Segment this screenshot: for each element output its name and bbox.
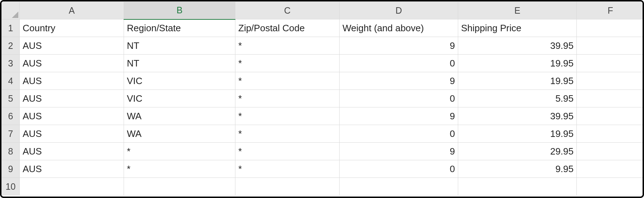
cell-A10[interactable]	[20, 178, 124, 195]
cell-D10[interactable]	[340, 178, 458, 195]
cell-E6[interactable]: 39.95	[458, 107, 577, 125]
cell-D2[interactable]: 9	[340, 37, 458, 55]
cell-A9[interactable]: AUS	[20, 160, 124, 178]
cell-A3[interactable]: AUS	[20, 55, 124, 72]
table-row: 2AUSNT*939.95	[2, 37, 644, 55]
cell-F2[interactable]	[577, 37, 644, 55]
cell-A4[interactable]: AUS	[20, 72, 124, 90]
cell-A8[interactable]: AUS	[20, 143, 124, 160]
table-row: 6AUSWA*939.95	[2, 107, 644, 125]
cell-A5[interactable]: AUS	[20, 90, 124, 107]
cell-C9[interactable]: *	[235, 160, 340, 178]
row-header-9[interactable]: 9	[2, 160, 20, 178]
row-header-5[interactable]: 5	[2, 90, 20, 107]
cell-B6[interactable]: WA	[124, 107, 235, 125]
cell-C1[interactable]: Zip/Postal Code	[235, 19, 340, 37]
table-row: 4AUSVIC*919.95	[2, 72, 644, 90]
row-header-4[interactable]: 4	[2, 72, 20, 90]
row-header-1[interactable]: 1	[2, 19, 20, 37]
cell-A6[interactable]: AUS	[20, 107, 124, 125]
spreadsheet-body: 1CountryRegion/StateZip/Postal CodeWeigh…	[2, 19, 644, 195]
table-row: 9AUS**09.95	[2, 160, 644, 178]
row-header-10[interactable]: 10	[2, 178, 20, 195]
cell-D6[interactable]: 9	[340, 107, 458, 125]
cell-E5[interactable]: 5.95	[458, 90, 577, 107]
cell-B4[interactable]: VIC	[124, 72, 235, 90]
spreadsheet-grid[interactable]: ABCDEF 1CountryRegion/StateZip/Postal Co…	[1, 1, 644, 195]
column-header-C[interactable]: C	[235, 2, 340, 19]
cell-B7[interactable]: WA	[124, 125, 235, 143]
row-header-7[interactable]: 7	[2, 125, 20, 143]
select-all-corner[interactable]	[2, 2, 20, 19]
cell-F3[interactable]	[577, 55, 644, 72]
cell-B8[interactable]: *	[124, 143, 235, 160]
cell-B9[interactable]: *	[124, 160, 235, 178]
cell-C4[interactable]: *	[235, 72, 340, 90]
cell-A1[interactable]: Country	[20, 19, 124, 37]
cell-E8[interactable]: 29.95	[458, 143, 577, 160]
cell-F1[interactable]	[577, 19, 644, 37]
cell-B2[interactable]: NT	[124, 37, 235, 55]
cell-F4[interactable]	[577, 72, 644, 90]
cell-F7[interactable]	[577, 125, 644, 143]
cell-D1[interactable]: Weight (and above)	[340, 19, 458, 37]
row-header-6[interactable]: 6	[2, 107, 20, 125]
cell-D5[interactable]: 0	[340, 90, 458, 107]
column-header-B[interactable]: B	[124, 2, 235, 19]
cell-E10[interactable]	[458, 178, 577, 195]
cell-C10[interactable]	[235, 178, 340, 195]
table-row: 7AUSWA*019.95	[2, 125, 644, 143]
cell-E9[interactable]: 9.95	[458, 160, 577, 178]
cell-F6[interactable]	[577, 107, 644, 125]
cell-A7[interactable]: AUS	[20, 125, 124, 143]
table-row: 8AUS**929.95	[2, 143, 644, 160]
cell-D9[interactable]: 0	[340, 160, 458, 178]
select-all-triangle-icon	[12, 11, 18, 18]
cell-F9[interactable]	[577, 160, 644, 178]
cell-F5[interactable]	[577, 90, 644, 107]
cell-C5[interactable]: *	[235, 90, 340, 107]
row-header-8[interactable]: 8	[2, 143, 20, 160]
cell-C2[interactable]: *	[235, 37, 340, 55]
cell-D4[interactable]: 9	[340, 72, 458, 90]
cell-B3[interactable]: NT	[124, 55, 235, 72]
cell-C3[interactable]: *	[235, 55, 340, 72]
cell-E3[interactable]: 19.95	[458, 55, 577, 72]
cell-A2[interactable]: AUS	[20, 37, 124, 55]
cell-E1[interactable]: Shipping Price	[458, 19, 577, 37]
column-header-F[interactable]: F	[577, 2, 644, 19]
cell-C6[interactable]: *	[235, 107, 340, 125]
cell-B5[interactable]: VIC	[124, 90, 235, 107]
cell-C7[interactable]: *	[235, 125, 340, 143]
cell-D8[interactable]: 9	[340, 143, 458, 160]
cell-C8[interactable]: *	[235, 143, 340, 160]
cell-E2[interactable]: 39.95	[458, 37, 577, 55]
row-header-3[interactable]: 3	[2, 55, 20, 72]
column-header-E[interactable]: E	[458, 2, 577, 19]
spreadsheet-window: ABCDEF 1CountryRegion/StateZip/Postal Co…	[0, 0, 644, 198]
column-header-D[interactable]: D	[340, 2, 458, 19]
row-header-2[interactable]: 2	[2, 37, 20, 55]
table-row: 10	[2, 178, 644, 195]
cell-D7[interactable]: 0	[340, 125, 458, 143]
cell-D3[interactable]: 0	[340, 55, 458, 72]
cell-B10[interactable]	[124, 178, 235, 195]
table-row: 1CountryRegion/StateZip/Postal CodeWeigh…	[2, 19, 644, 37]
cell-B1[interactable]: Region/State	[124, 19, 235, 37]
column-header-A[interactable]: A	[20, 2, 124, 19]
cell-F10[interactable]	[577, 178, 644, 195]
cell-F8[interactable]	[577, 143, 644, 160]
column-header-row: ABCDEF	[2, 2, 644, 19]
cell-E7[interactable]: 19.95	[458, 125, 577, 143]
cell-E4[interactable]: 19.95	[458, 72, 577, 90]
table-row: 5AUSVIC*05.95	[2, 90, 644, 107]
table-row: 3AUSNT*019.95	[2, 55, 644, 72]
